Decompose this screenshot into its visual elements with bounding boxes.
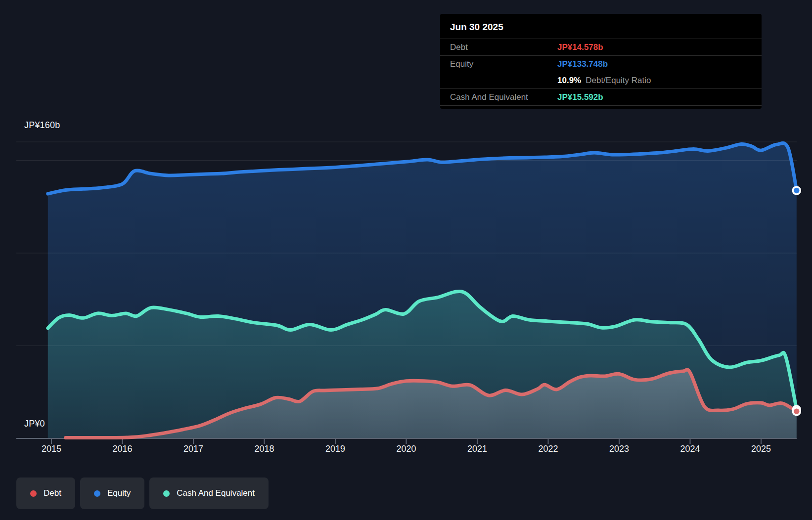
y-axis-max-label: JP¥160b [24,120,60,130]
x-axis-year-label: 2021 [467,444,487,454]
legend-item-cash[interactable]: Cash And Equivalent [149,477,269,509]
x-axis-year-label: 2016 [112,444,132,454]
tooltip-row-cash: Cash And Equivalent JP¥15.592b [440,88,762,106]
tooltip-cash-label: Cash And Equivalent [450,92,557,102]
x-axis-year-label: 2018 [254,444,274,454]
x-axis-year-label: 2020 [396,444,416,454]
y-axis-zero-label: JP¥0 [24,419,45,429]
tooltip: Jun 30 2025 Debt JP¥14.578b Equity JP¥13… [440,14,762,109]
x-axis-year-label: 2022 [538,444,558,454]
chart-legend: Debt Equity Cash And Equivalent [16,477,269,509]
tooltip-ratio-value: 10.9% [557,76,581,85]
equity-legend-dot-icon [94,490,100,497]
tooltip-date: Jun 30 2025 [440,14,762,39]
x-axis-year-label: 2024 [680,444,700,454]
tooltip-equity-label: Equity [450,59,557,69]
legend-item-equity[interactable]: Equity [80,477,144,509]
tooltip-row-debt: Debt JP¥14.578b [440,39,762,55]
x-axis-year-label: 2015 [42,444,61,454]
x-axis-year-label: 2019 [325,444,345,454]
legend-cash-label: Cash And Equivalent [177,488,255,498]
tooltip-debt-value: JP¥14.578b [557,43,603,52]
end-marker-equity [793,187,800,194]
x-axis-year-label: 2023 [609,444,629,454]
debt-legend-dot-icon [30,490,37,497]
cash-legend-dot-icon [163,490,170,497]
legend-debt-label: Debt [44,488,61,498]
x-axis-year-label: 2017 [183,444,203,454]
tooltip-row-ratio: 10.9%Debt/Equity Ratio [440,72,762,88]
tooltip-debt-label: Debt [450,43,557,52]
tooltip-ratio-label: Debt/Equity Ratio [586,76,651,85]
tooltip-cash-value: JP¥15.592b [557,92,603,102]
tooltip-row-equity: Equity JP¥133.748b [440,55,762,72]
x-axis-year-label: 2025 [751,444,771,454]
end-marker-debt [793,408,800,415]
legend-item-debt[interactable]: Debt [16,477,75,509]
tooltip-equity-value: JP¥133.748b [557,59,608,69]
legend-equity-label: Equity [107,488,131,498]
